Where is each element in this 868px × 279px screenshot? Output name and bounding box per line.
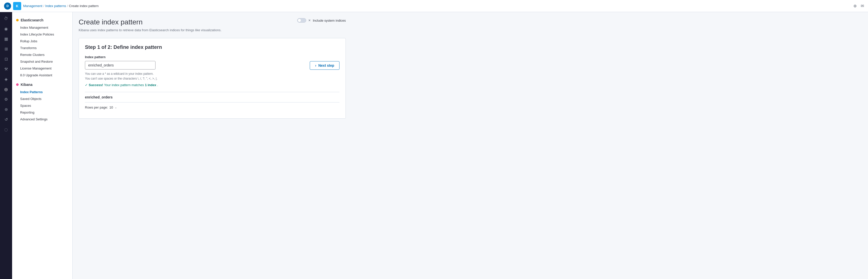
sidebar-section-elasticsearch-header: Elasticsearch bbox=[12, 16, 72, 24]
sidebar-item-spaces[interactable]: Spaces bbox=[12, 102, 72, 109]
next-step-label: Next step bbox=[318, 64, 334, 68]
hint-line-2: You can't use spaces or the characters \… bbox=[85, 76, 305, 81]
page-title: Create index pattern bbox=[79, 18, 221, 26]
sidebar-icon-settings[interactable]: ⚙ bbox=[1, 95, 10, 104]
sidebar-icon-hook[interactable]: ↺ bbox=[1, 115, 10, 124]
page-header-row: Create index pattern Kibana uses index p… bbox=[79, 18, 346, 32]
sidebar-section-elasticsearch: Elasticsearch Index Management Index Lif… bbox=[12, 16, 72, 78]
index-table-section: enriched_orders Rows per page: 10 ⌄ bbox=[85, 92, 340, 112]
breadcrumb: Management / Index patterns / Create ind… bbox=[23, 4, 98, 8]
kibana-label: Kibana bbox=[21, 82, 32, 86]
sidebar-item-advanced-settings[interactable]: Advanced Settings bbox=[12, 116, 72, 123]
sidebar-section-kibana-header: Kibana bbox=[12, 80, 72, 89]
index-pattern-label: Index pattern bbox=[85, 55, 305, 59]
kibana-logo: K bbox=[13, 2, 21, 10]
sidebar-icon-bar-chart[interactable]: ▦ bbox=[1, 34, 10, 43]
help-icon[interactable]: ⊕ bbox=[854, 3, 857, 8]
top-nav-right: ⊕ ✉ bbox=[854, 3, 864, 8]
sidebar-item-rollup-jobs[interactable]: Rollup Jobs bbox=[12, 38, 72, 44]
rows-per-page-label: Rows per page: bbox=[85, 105, 108, 109]
next-step-button[interactable]: › Next step bbox=[310, 61, 340, 70]
content-sidebar: Elasticsearch Index Management Index Lif… bbox=[12, 12, 72, 279]
breadcrumb-index-patterns[interactable]: Index patterns bbox=[45, 4, 66, 8]
include-system-toggle-container: ✕ Include system indices bbox=[297, 18, 346, 23]
sidebar-item-license[interactable]: License Management bbox=[12, 65, 72, 72]
rows-per-page-chevron: ⌄ bbox=[115, 106, 117, 109]
include-system-label: Include system indices bbox=[313, 19, 346, 23]
sidebar-item-reporting[interactable]: Reporting bbox=[12, 109, 72, 116]
index-pattern-input[interactable] bbox=[85, 61, 155, 70]
breadcrumb-current: Create index pattern bbox=[69, 4, 99, 8]
toggle-thumb bbox=[298, 19, 301, 22]
top-nav: D K Management / Index patterns / Create… bbox=[0, 0, 868, 12]
top-nav-left: D K Management / Index patterns / Create… bbox=[4, 2, 98, 10]
sidebar-item-transforms[interactable]: Transforms bbox=[12, 44, 72, 51]
next-step-icon: › bbox=[315, 64, 316, 68]
sidebar-icon-briefcase[interactable]: ⊡ bbox=[1, 55, 10, 64]
sidebar-item-index-management[interactable]: Index Management bbox=[12, 24, 72, 31]
main-content: Create index pattern Kibana uses index p… bbox=[72, 12, 868, 279]
sidebar-item-index-patterns[interactable]: Index Patterns bbox=[12, 89, 72, 96]
page-header-left: Create index pattern Kibana uses index p… bbox=[79, 18, 221, 32]
sidebar-item-saved-objects[interactable]: Saved Objects bbox=[12, 96, 72, 102]
sidebar-icon-clock[interactable]: ⏱ bbox=[1, 14, 10, 23]
page-subtitle: Kibana uses index patterns to retrieve d… bbox=[79, 28, 221, 32]
form-row: Index pattern You can use a * as a wildc… bbox=[85, 55, 340, 87]
sidebar-icon-globe[interactable]: ◈ bbox=[1, 74, 10, 83]
icon-sidebar: ⏱ ◉ ▦ ⊞ ⊡ ⚒ ◈ ◎ ⚙ ⊛ ↺ ◌ bbox=[0, 12, 12, 279]
sidebar-section-kibana: Kibana Index Patterns Saved Objects Spac… bbox=[12, 80, 72, 123]
mail-icon[interactable]: ✉ bbox=[861, 3, 864, 8]
success-prefix: Success! bbox=[89, 83, 103, 87]
sidebar-icon-layers[interactable]: ⊞ bbox=[1, 44, 10, 54]
breadcrumb-management[interactable]: Management bbox=[23, 4, 42, 8]
user-avatar[interactable]: D bbox=[4, 2, 11, 9]
main-layout: ⏱ ◉ ▦ ⊞ ⊡ ⚒ ◈ ◎ ⚙ ⊛ ↺ ◌ Elasticsearch In… bbox=[0, 12, 868, 279]
card-inner: Step 1 of 2: Define index pattern Index … bbox=[79, 38, 345, 118]
success-message: ✓ Success! Your index pattern matches 1 … bbox=[85, 83, 305, 87]
kibana-dot bbox=[16, 83, 19, 86]
success-suffix: . bbox=[157, 83, 158, 87]
hint-line-1: You can use a * as a wildcard in your in… bbox=[85, 71, 305, 76]
form-right: › Next step bbox=[310, 55, 340, 70]
elasticsearch-dot bbox=[16, 19, 19, 22]
sidebar-icon-map[interactable]: ◌ bbox=[1, 125, 10, 134]
step-title: Step 1 of 2: Define index pattern bbox=[85, 44, 340, 50]
sidebar-item-remote-clusters[interactable]: Remote Clusters bbox=[12, 51, 72, 58]
breadcrumb-sep-1: / bbox=[43, 4, 44, 8]
table-row: enriched_orders bbox=[85, 92, 340, 103]
sidebar-item-index-lifecycle[interactable]: Index Lifecycle Policies bbox=[12, 31, 72, 38]
rows-per-page-value: 10 bbox=[110, 105, 113, 109]
sidebar-icon-person[interactable]: ◎ bbox=[1, 84, 10, 94]
form-left: Index pattern You can use a * as a wildc… bbox=[85, 55, 305, 87]
sidebar-icon-tag[interactable]: ⊛ bbox=[1, 105, 10, 114]
sidebar-icon-gauge[interactable]: ◉ bbox=[1, 24, 10, 33]
sidebar-item-upgrade[interactable]: 8.0 Upgrade Assistant bbox=[12, 72, 72, 78]
breadcrumb-sep-2: / bbox=[67, 4, 68, 8]
toggle-x-icon[interactable]: ✕ bbox=[308, 19, 311, 22]
success-middle: Your index pattern matches bbox=[104, 83, 144, 87]
create-index-pattern-card: Step 1 of 2: Define index pattern Index … bbox=[79, 38, 346, 118]
checkmark-icon: ✓ bbox=[85, 83, 88, 87]
rows-per-page-selector[interactable]: Rows per page: 10 ⌄ bbox=[85, 103, 340, 112]
hint-text: You can use a * as a wildcard in your in… bbox=[85, 71, 305, 81]
sidebar-icon-dev-tools[interactable]: ⚒ bbox=[1, 65, 10, 73]
sidebar-item-snapshot[interactable]: Snapshot and Restore bbox=[12, 58, 72, 65]
success-count: 1 index bbox=[145, 83, 156, 87]
include-system-toggle[interactable] bbox=[297, 18, 306, 23]
elasticsearch-label: Elasticsearch bbox=[21, 18, 43, 22]
